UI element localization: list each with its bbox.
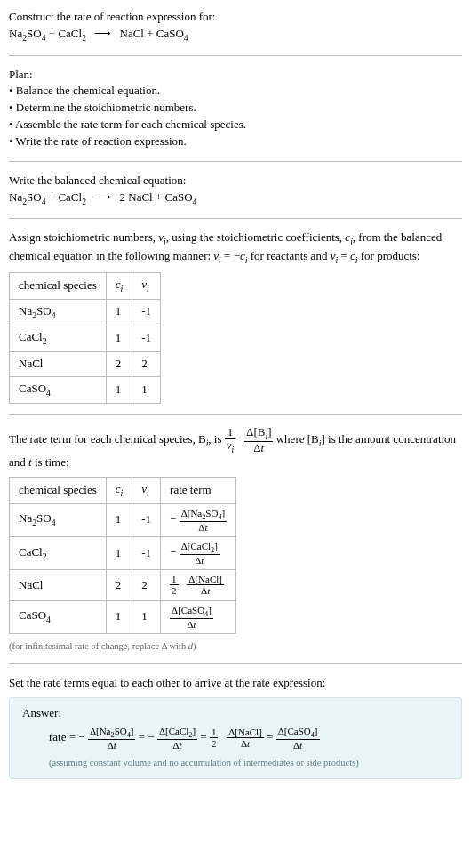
cell-ci: 1 bbox=[106, 537, 132, 570]
unbalanced-equation: Na2SO4 + CaCl2 ⟶ NaCl + CaSO4 bbox=[9, 27, 188, 40]
cell-species: NaCl bbox=[10, 570, 107, 600]
sub: i bbox=[147, 283, 149, 293]
cell-species: CaSO4 bbox=[10, 600, 107, 633]
t: SO bbox=[36, 511, 52, 525]
d: Δ bbox=[108, 740, 114, 751]
num: Δ[CaCl2] bbox=[180, 541, 220, 555]
txt: CaSO bbox=[156, 27, 184, 40]
one-over-nu: 1 νi bbox=[225, 426, 236, 455]
den: νi bbox=[225, 439, 236, 454]
d: Δ bbox=[253, 441, 260, 454]
t: Na bbox=[100, 726, 111, 736]
den: Δt bbox=[170, 619, 213, 630]
txt: CaCl bbox=[58, 190, 82, 204]
infinitesimal-note: (for infinitesimal rate of change, repla… bbox=[9, 639, 462, 653]
den: Δt bbox=[244, 442, 273, 454]
s: 4 bbox=[46, 615, 51, 624]
sub: 2 bbox=[82, 196, 86, 205]
assign-section: Assign stoichiometric numbers, νi, using… bbox=[9, 229, 462, 266]
table-row: NaCl 2 2 bbox=[10, 351, 161, 376]
set-equal-text: Set the rate terms equal to each other t… bbox=[9, 675, 462, 692]
t: Na bbox=[190, 508, 202, 518]
t: NaCl bbox=[238, 727, 259, 737]
t: CaCl bbox=[190, 541, 211, 551]
txt: SO bbox=[27, 27, 42, 40]
B: B bbox=[198, 432, 206, 446]
d: Δ bbox=[241, 738, 247, 749]
cell-rate: Δ[CaSO4] Δt bbox=[161, 600, 236, 633]
cell-ci: 2 bbox=[106, 351, 132, 376]
eq: = bbox=[338, 249, 350, 262]
arrow-icon: ⟶ bbox=[89, 27, 116, 40]
divider bbox=[9, 55, 462, 56]
sub: i bbox=[121, 283, 124, 293]
t: Na bbox=[19, 304, 32, 317]
B: B bbox=[311, 432, 319, 446]
t: CaSO bbox=[19, 382, 46, 395]
cell-species: CaSO4 bbox=[10, 376, 107, 403]
neg: − bbox=[170, 545, 176, 559]
t: CaSO bbox=[19, 608, 46, 622]
bullet-icon: • bbox=[9, 100, 16, 114]
frac: Δ[Na2SO4] Δt bbox=[180, 508, 228, 533]
cell-species: Na2SO4 bbox=[10, 503, 107, 536]
table-row: CaCl2 1 -1 bbox=[10, 326, 161, 352]
frac: Δ[NaCl] Δt bbox=[227, 727, 264, 749]
br: ] bbox=[259, 727, 262, 737]
d: Δ bbox=[159, 726, 165, 736]
br: ] bbox=[222, 508, 226, 518]
t: t bbox=[207, 585, 210, 596]
bullet-icon: • bbox=[9, 84, 16, 97]
txt: for reactants and bbox=[248, 249, 331, 262]
txt: NaCl bbox=[120, 27, 144, 40]
s: 4 bbox=[52, 518, 56, 527]
t: t bbox=[247, 738, 250, 749]
assumption-note: (assuming constant volume and no accumul… bbox=[22, 756, 449, 769]
table-row: Na2SO4 1 -1 bbox=[10, 299, 161, 326]
neg: − bbox=[170, 512, 176, 526]
plus: + bbox=[144, 27, 156, 40]
frac: Δ[NaCl] Δt bbox=[187, 574, 224, 596]
den: Δt bbox=[227, 738, 264, 749]
sub: 4 bbox=[184, 32, 188, 42]
coef: 2 bbox=[120, 190, 129, 204]
s: 2 bbox=[43, 336, 47, 346]
txt: for products: bbox=[357, 249, 419, 262]
cell-species: CaCl2 bbox=[10, 326, 107, 352]
cell-vi: 1 bbox=[132, 600, 161, 633]
frac: Δ[CaCl2] Δt bbox=[157, 726, 197, 751]
den: Δt bbox=[157, 740, 197, 751]
half: 1 2 bbox=[210, 727, 219, 749]
cell-species: Na2SO4 bbox=[10, 299, 107, 326]
txt: Assign stoichiometric numbers, bbox=[9, 230, 158, 244]
rateterm-section: The rate term for each chemical species,… bbox=[9, 426, 462, 471]
col-species: chemical species bbox=[10, 272, 107, 299]
num: Δ[CaSO4] bbox=[170, 605, 213, 619]
den: Δt bbox=[187, 585, 224, 596]
plus: + bbox=[153, 190, 165, 204]
cell-species: CaCl2 bbox=[10, 537, 107, 570]
construct-prompt: Construct the rate of reaction expressio… bbox=[9, 9, 462, 44]
col-ci: ci bbox=[106, 272, 132, 299]
num: Δ[CaCl2] bbox=[157, 726, 197, 740]
t: t bbox=[201, 555, 204, 566]
s: 4 bbox=[46, 387, 51, 397]
frac: Δ[Na2SO4] Δt bbox=[88, 726, 136, 751]
cell-ci: 1 bbox=[106, 299, 132, 326]
num: Δ[Bi] bbox=[244, 426, 273, 442]
plan-item: Write the rate of reaction expression. bbox=[16, 134, 187, 148]
divider bbox=[9, 161, 462, 162]
t: SO bbox=[205, 508, 218, 518]
br: ] bbox=[192, 726, 196, 736]
divider bbox=[9, 414, 462, 415]
plan-section: Plan: • Balance the chemical equation. •… bbox=[9, 67, 462, 150]
txt: CaCl bbox=[58, 27, 82, 40]
neg: − bbox=[78, 730, 84, 743]
eq: = bbox=[139, 730, 148, 743]
cell-rate: − Δ[CaCl2] Δt bbox=[161, 537, 236, 570]
cell-vi: 2 bbox=[132, 351, 161, 376]
t: CaCl bbox=[19, 545, 43, 559]
num: Δ[Na2SO4] bbox=[180, 508, 228, 522]
plan-item: Determine the stoichiometric numbers. bbox=[16, 100, 196, 114]
txt: where bbox=[276, 432, 307, 446]
